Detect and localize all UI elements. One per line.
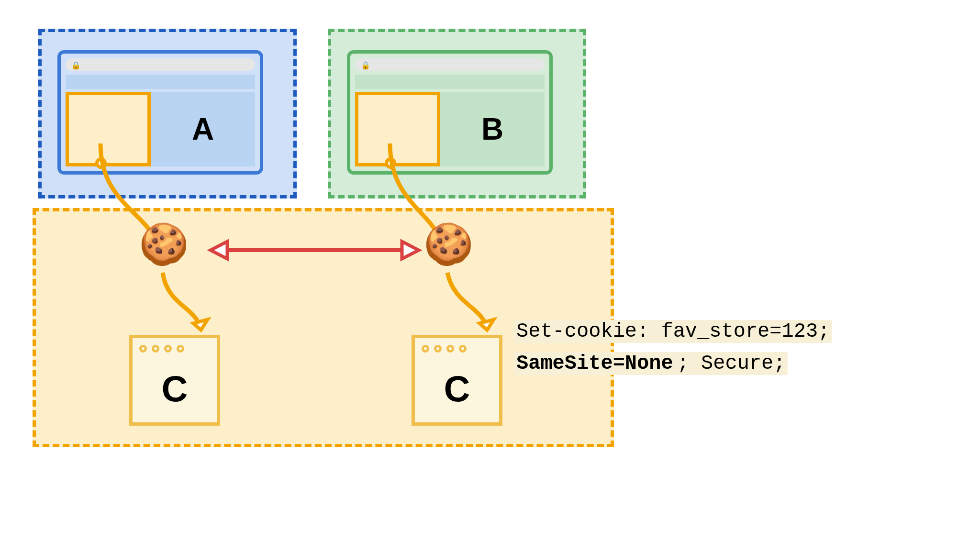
site-c-label: C [415,368,499,409]
embedded-frame-c [66,92,151,166]
window-dots [139,345,184,353]
tab-strip [66,75,255,89]
window-dots [422,345,467,353]
header-line1: Set-cookie: fav_store=123; [514,320,832,343]
lock-icon: 🔒 [361,61,370,70]
header-secure: ; Secure; [675,352,788,375]
lock-icon: 🔒 [71,61,81,70]
browser-b: 🔒 B [347,50,553,175]
site-c-window-right: C [412,335,502,426]
address-bar [66,58,255,71]
connector-anchor [95,157,107,169]
site-a-label: A [151,92,255,166]
tab-strip [355,75,545,89]
browser-a: 🔒 A [57,50,263,175]
cookie-icon: 🍪 [139,224,189,264]
site-c-window-left: C [129,335,220,426]
diagram: { "sites": { "a_label": "A", "b_label": … [0,0,980,551]
site-c-label: C [133,368,217,409]
set-cookie-header: Set-cookie: fav_store=123; SameSite=None… [514,316,832,380]
connector-anchor [385,157,396,169]
embedded-frame-c [355,92,440,166]
header-samesite: SameSite=None [514,352,675,375]
cookie-icon: 🍪 [423,224,474,264]
site-b-label: B [440,92,545,166]
address-bar [355,58,545,71]
